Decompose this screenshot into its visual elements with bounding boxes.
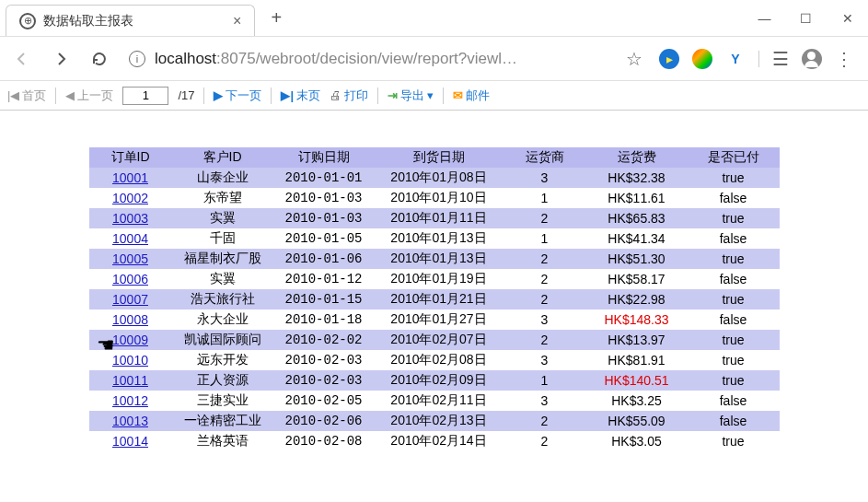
customer-cell: 实翼: [172, 269, 273, 289]
order-date-cell: 2010-01-06: [273, 249, 375, 269]
paid-cell: false: [688, 188, 780, 208]
arrive-date-cell: 2010年01月27日: [375, 309, 503, 330]
header-customer: 客户ID: [172, 147, 273, 168]
fee-cell: HK$32.38: [586, 168, 688, 188]
profile-avatar-icon[interactable]: [802, 49, 822, 69]
order-id-link[interactable]: 10006: [112, 272, 148, 286]
order-date-cell: 2010-01-01: [273, 168, 375, 188]
nav-reload-button[interactable]: [87, 46, 112, 72]
next-page-icon: ▶: [214, 88, 223, 102]
shipper-cell: 3: [503, 391, 586, 411]
first-page-button[interactable]: |◀首页: [7, 88, 46, 104]
separator: [758, 51, 759, 67]
order-id-link[interactable]: 10004: [112, 231, 148, 246]
order-id-link[interactable]: 10001: [112, 170, 148, 185]
next-page-button[interactable]: ▶下一页: [214, 88, 261, 104]
arrive-date-cell: 2010年02月09日: [375, 370, 503, 391]
order-id-link[interactable]: 10010: [112, 353, 148, 368]
paid-cell: false: [688, 309, 780, 330]
mail-button[interactable]: ✉邮件: [453, 88, 490, 104]
shipper-cell: 2: [503, 269, 586, 289]
browser-tab[interactable]: ⊕ 数据钻取主报表 ×: [6, 5, 255, 36]
customer-cell: 正人资源: [172, 370, 273, 391]
table-body: 10001山泰企业2010-01-012010年01月08日3HK$32.38t…: [89, 168, 780, 451]
fee-cell: HK$11.61: [586, 188, 688, 208]
prev-page-button[interactable]: ◀上一页: [65, 88, 113, 104]
shipper-cell: 1: [503, 228, 586, 249]
tab-title: 数据钻取主报表: [43, 13, 133, 29]
customer-cell: 山泰企业: [172, 168, 273, 188]
order-id-link[interactable]: 10014: [112, 434, 148, 449]
address-bar-row: i localhost:8075/webroot/decision/view/r…: [0, 37, 868, 81]
paid-cell: false: [688, 411, 780, 431]
shipper-cell: 2: [503, 289, 586, 309]
export-icon: ⇥: [388, 88, 398, 102]
arrive-date-cell: 2010年01月13日: [375, 228, 503, 249]
order-id-link[interactable]: 10002: [112, 191, 148, 205]
prev-page-icon: ◀: [65, 88, 75, 102]
extension-icon-3[interactable]: Y: [725, 49, 746, 69]
address-bar[interactable]: i localhost:8075/webroot/decision/view/r…: [125, 48, 646, 70]
order-id-link[interactable]: 10013: [112, 414, 148, 428]
fee-cell: HK$13.97: [586, 330, 688, 350]
paid-cell: true: [688, 249, 780, 269]
reading-list-icon[interactable]: ☰: [772, 48, 789, 70]
header-fee: 运货费: [586, 147, 688, 168]
customer-cell: 千固: [172, 228, 273, 249]
nav-forward-button[interactable]: [48, 46, 74, 72]
fee-cell: HK$140.51: [586, 370, 688, 391]
site-info-icon[interactable]: i: [129, 51, 145, 67]
table-row: 10001山泰企业2010-01-012010年01月08日3HK$32.38t…: [89, 168, 780, 188]
header-shipper: 运货商: [503, 147, 586, 168]
globe-icon: ⊕: [19, 13, 36, 29]
order-date-cell: 2010-02-06: [273, 411, 375, 431]
nav-back-button[interactable]: [9, 46, 35, 72]
window-close-button[interactable]: ✕: [827, 0, 868, 37]
order-id-link[interactable]: 10007: [112, 292, 148, 307]
order-id-link[interactable]: 10012: [112, 393, 148, 408]
page-number-input[interactable]: [122, 87, 168, 105]
shipper-cell: 2: [503, 208, 586, 228]
table-row: 10004千固2010-01-052010年01月13日1HK$41.34fal…: [89, 228, 780, 249]
arrive-date-cell: 2010年02月13日: [375, 411, 503, 431]
order-date-cell: 2010-01-18: [273, 309, 375, 330]
order-id-link[interactable]: 10009: [112, 333, 148, 347]
last-page-button[interactable]: ▶|末页: [281, 88, 320, 104]
order-date-cell: 2010-01-15: [273, 289, 375, 309]
order-date-cell: 2010-01-12: [273, 269, 375, 289]
more-menu-icon[interactable]: ⋮: [835, 48, 853, 70]
order-id-link[interactable]: 10003: [112, 211, 148, 226]
shipper-cell: 3: [503, 168, 586, 188]
extension-icon-1[interactable]: ▸: [659, 49, 679, 69]
shipper-cell: 2: [503, 330, 586, 350]
paid-cell: false: [688, 269, 780, 289]
table-row: 10002东帝望2010-01-032010年01月10日1HK$11.61fa…: [89, 188, 780, 208]
window-titlebar: ⊕ 数据钻取主报表 × + — ☐ ✕: [0, 0, 868, 37]
fee-cell: HK$22.98: [586, 289, 688, 309]
table-row: 10006实翼2010-01-122010年01月19日2HK$58.17fal…: [89, 269, 780, 289]
export-button[interactable]: ⇥导出▾: [388, 88, 434, 104]
report-content-area[interactable]: 订单ID 客户ID 订购日期 到货日期 运货商 运货费 是否已付 10001山泰…: [0, 111, 868, 502]
arrive-date-cell: 2010年01月19日: [375, 269, 503, 289]
separator: [443, 88, 444, 104]
extension-icon-2[interactable]: [692, 49, 712, 69]
print-button[interactable]: 🖨打印: [330, 88, 368, 104]
table-header-row: 订单ID 客户ID 订购日期 到货日期 运货商 运货费 是否已付: [89, 147, 780, 168]
customer-cell: 实翼: [172, 208, 273, 228]
arrive-date-cell: 2010年02月07日: [375, 330, 503, 350]
customer-cell: 永大企业: [172, 309, 273, 330]
customer-cell: 凯诚国际顾问: [172, 330, 273, 350]
new-tab-button[interactable]: +: [262, 5, 290, 32]
separator: [203, 88, 204, 104]
order-id-link[interactable]: 10005: [112, 251, 148, 266]
bookmark-star-icon[interactable]: ☆: [626, 48, 642, 70]
table-row: 10011正人资源2010-02-032010年02月09日1HK$140.51…: [89, 370, 780, 391]
window-maximize-button[interactable]: ☐: [785, 0, 827, 37]
order-id-link[interactable]: 10008: [112, 312, 148, 327]
customer-cell: 福星制衣厂股: [172, 249, 273, 269]
window-minimize-button[interactable]: —: [744, 0, 785, 37]
last-page-icon: ▶|: [281, 88, 294, 102]
tab-close-icon[interactable]: ×: [233, 13, 241, 29]
order-id-link[interactable]: 10011: [112, 373, 148, 388]
first-page-icon: |◀: [7, 88, 19, 102]
